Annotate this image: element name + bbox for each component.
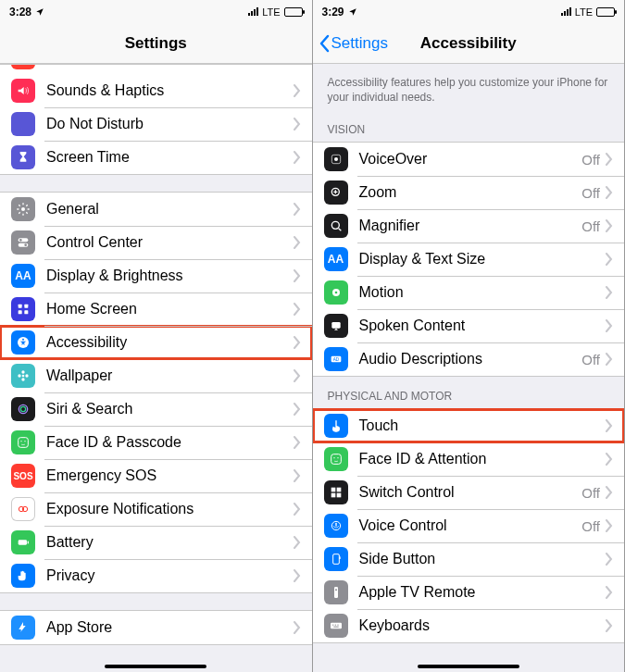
- row-keyboards[interactable]: Keyboards: [313, 609, 625, 642]
- home-indicator[interactable]: [418, 665, 519, 668]
- chevron-right-icon: [606, 519, 613, 532]
- gear-icon: [11, 197, 35, 221]
- aa-icon: AA: [11, 264, 35, 288]
- row-label: General: [46, 201, 294, 218]
- row-zoom[interactable]: Zoom Off: [313, 176, 625, 209]
- row-label: Home Screen: [46, 301, 294, 317]
- chevron-right-icon: [294, 269, 301, 282]
- row-notifications-clip[interactable]: [0, 65, 312, 74]
- row-audio-desc[interactable]: AD Audio Descriptions Off: [313, 342, 625, 376]
- chevron-right-icon: [294, 303, 301, 316]
- row-general[interactable]: General: [0, 193, 312, 226]
- svg-rect-38: [331, 488, 335, 492]
- row-screentime[interactable]: Screen Time: [0, 141, 312, 174]
- row-tv-remote[interactable]: Apple TV Remote: [313, 576, 625, 609]
- settings-list[interactable]: Sounds & Haptics Do Not Disturb Screen T…: [0, 64, 312, 672]
- row-label: Emergency SOS: [46, 467, 294, 484]
- row-label: Privacy: [46, 567, 294, 584]
- chevron-right-icon: [606, 619, 613, 632]
- row-siri[interactable]: Siri & Search: [0, 392, 312, 426]
- svg-point-29: [331, 222, 339, 230]
- svg-point-16: [25, 374, 28, 377]
- row-dnd[interactable]: Do Not Disturb: [0, 107, 312, 141]
- hourglass-icon: [11, 145, 35, 169]
- svg-text:AD: AD: [332, 357, 339, 362]
- row-wallpaper[interactable]: Wallpaper: [0, 359, 312, 392]
- row-face-attn[interactable]: Face ID & Attention: [313, 442, 625, 476]
- row-text-size[interactable]: AA Display & Text Size: [313, 243, 625, 276]
- row-touch[interactable]: Touch: [313, 409, 625, 442]
- svg-rect-39: [336, 488, 341, 492]
- location-icon: [348, 7, 357, 17]
- row-app-store[interactable]: App Store: [0, 611, 312, 644]
- row-switch-ctrl[interactable]: Switch Control Off: [313, 476, 625, 509]
- chevron-right-icon: [294, 151, 301, 164]
- section-header: PHYSICAL AND MOTOR: [313, 377, 625, 408]
- svg-point-20: [20, 441, 21, 442]
- chevron-right-icon: [606, 553, 613, 566]
- chevron-right-icon: [606, 353, 613, 366]
- battery-icon: [596, 7, 615, 17]
- row-detail: Off: [581, 185, 600, 201]
- row-label: Face ID & Attention: [359, 451, 606, 467]
- back-button[interactable]: Settings: [319, 34, 388, 53]
- chevron-right-icon: [606, 319, 613, 332]
- row-voiceover[interactable]: VoiceOver Off: [313, 143, 625, 176]
- row-magnifier[interactable]: Magnifier Off: [313, 209, 625, 243]
- svg-rect-43: [335, 523, 336, 527]
- row-label: Zoom: [359, 184, 582, 201]
- status-bar: 3:29 LTE: [313, 0, 625, 23]
- motion-icon: [324, 280, 348, 305]
- row-label: Siri & Search: [46, 401, 294, 417]
- tvremote-icon: [324, 580, 348, 604]
- row-privacy[interactable]: Privacy: [0, 559, 312, 592]
- row-label: Spoken Content: [359, 317, 606, 334]
- row-side-button[interactable]: Side Button: [313, 542, 625, 576]
- row-label: Voice Control: [359, 517, 582, 534]
- accessibility-list[interactable]: Accessibility features help you customiz…: [313, 64, 625, 672]
- signal-icon: [561, 7, 571, 16]
- svg-point-21: [24, 441, 25, 442]
- section-description: Accessibility features help you customiz…: [313, 64, 625, 110]
- home-indicator[interactable]: [105, 665, 206, 668]
- row-sos[interactable]: SOS Emergency SOS: [0, 459, 312, 492]
- row-display[interactable]: AA Display & Brightness: [0, 259, 312, 292]
- row-label: Wallpaper: [46, 367, 294, 384]
- row-home-screen[interactable]: Home Screen: [0, 292, 312, 326]
- chevron-right-icon: [294, 118, 301, 131]
- chevron-right-icon: [606, 586, 613, 599]
- chevron-right-icon: [606, 253, 613, 266]
- keyboard-icon: [324, 614, 348, 638]
- svg-point-27: [334, 157, 338, 161]
- row-voice-ctrl[interactable]: Voice Control Off: [313, 509, 625, 542]
- spoken-icon: [324, 314, 348, 338]
- row-label: Magnifier: [359, 218, 582, 234]
- chevron-right-icon: [294, 569, 301, 582]
- row-label: Touch: [359, 417, 606, 434]
- svg-point-37: [337, 457, 338, 458]
- network-label: LTE: [262, 6, 280, 18]
- row-label: Display & Brightness: [46, 268, 294, 284]
- svg-point-31: [334, 292, 337, 294]
- row-battery[interactable]: Battery: [0, 526, 312, 559]
- row-accessibility[interactable]: Accessibility: [0, 326, 312, 359]
- zoom-icon: [324, 180, 348, 205]
- svg-point-47: [335, 590, 337, 591]
- svg-rect-40: [331, 493, 335, 498]
- svg-rect-32: [331, 322, 340, 329]
- status-time: 3:29: [322, 6, 344, 19]
- row-spoken[interactable]: Spoken Content: [313, 309, 625, 342]
- svg-point-15: [18, 374, 20, 377]
- row-motion[interactable]: Motion: [313, 276, 625, 309]
- navbar: Settings Accessibility: [313, 23, 625, 64]
- row-label: Side Button: [359, 551, 606, 567]
- row-sounds[interactable]: Sounds & Haptics: [0, 74, 312, 107]
- back-label: Settings: [331, 34, 388, 53]
- row-label: Sounds & Haptics: [46, 82, 294, 99]
- location-icon: [35, 7, 44, 17]
- row-faceid[interactable]: Face ID & Passcode: [0, 426, 312, 459]
- sound-icon: [11, 79, 35, 103]
- svg-point-18: [20, 406, 25, 411]
- row-exposure[interactable]: Exposure Notifications: [0, 492, 312, 526]
- row-control-center[interactable]: Control Center: [0, 226, 312, 259]
